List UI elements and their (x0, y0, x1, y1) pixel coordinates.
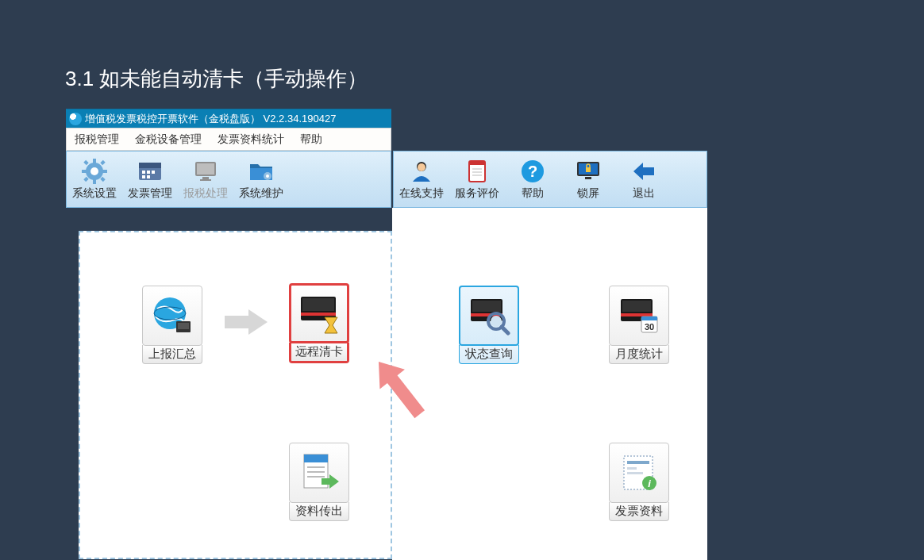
gear-icon (81, 158, 108, 185)
person-icon (408, 158, 435, 185)
svg-rect-4 (82, 170, 87, 173)
cell-label: 上报汇总 (142, 345, 202, 364)
toolbar-invoice-management[interactable]: 发票管理 (122, 152, 178, 207)
toolbar-label: 退出 (633, 186, 655, 201)
cell-label: 状态查询 (459, 345, 519, 364)
cell-upload-summary[interactable]: 上报汇总 (137, 286, 208, 364)
cell-invoice-data[interactable]: i 发票资料 (603, 443, 675, 521)
card-hourglass-icon (298, 292, 341, 335)
toolbar-online-support[interactable]: 在线支持 (394, 152, 449, 207)
transition-arrow-icon (223, 308, 271, 336)
card-calendar-icon: 30 (618, 294, 660, 337)
svg-point-22 (266, 175, 269, 178)
cell-remote-clear-card[interactable]: 远程清卡 (283, 283, 355, 363)
svg-text:30: 30 (645, 322, 654, 332)
svg-rect-6 (83, 160, 88, 165)
svg-rect-11 (139, 163, 161, 168)
svg-rect-56 (622, 301, 651, 312)
svg-rect-12 (142, 171, 145, 174)
svg-rect-20 (200, 179, 211, 181)
toolbar-system-maintenance[interactable]: 系统维护 (233, 152, 289, 207)
svg-rect-42 (302, 298, 334, 311)
toolbar-system-settings[interactable]: 系统设置 (67, 152, 122, 207)
cell-monthly-stats[interactable]: 30 月度统计 (603, 286, 675, 364)
cell-status-query[interactable]: 状态查询 (453, 286, 525, 364)
menu-invoice-stats[interactable]: 发票资料统计 (210, 128, 292, 150)
svg-point-24 (418, 163, 425, 171)
svg-rect-9 (83, 177, 88, 182)
cell-data-export[interactable]: 资料传出 (283, 443, 355, 521)
toolbar-lock-screen[interactable]: 锁屏 (560, 152, 616, 207)
toolbar-tax-processing[interactable]: 报税处理 (178, 152, 233, 207)
svg-rect-3 (93, 179, 96, 184)
globe-icon (151, 294, 194, 337)
svg-rect-18 (197, 163, 214, 175)
callout-arrow-icon (356, 347, 452, 442)
svg-point-1 (90, 167, 98, 175)
window-titlebar: 增值税发票税控开票软件（金税盘版） V2.2.34.190427 (66, 109, 391, 128)
toolbar-label: 系统维护 (239, 186, 283, 201)
invoice-info-icon: i (618, 451, 660, 494)
toolbar-help[interactable]: ? 帮助 (505, 152, 560, 207)
svg-rect-26 (469, 161, 485, 165)
svg-text:i: i (648, 478, 651, 489)
calendar-icon (137, 158, 164, 185)
toolbar-label: 在线支持 (399, 186, 444, 201)
menu-bar: 报税管理 金税设备管理 发票资料统计 帮助 (66, 128, 391, 151)
card-search-icon (468, 294, 510, 337)
toolbar-label: 锁屏 (577, 186, 599, 201)
toolbar-label: 帮助 (522, 186, 544, 201)
toolbar-exit[interactable]: 退出 (616, 152, 672, 207)
monitor-icon (192, 158, 219, 185)
menu-help[interactable]: 帮助 (292, 128, 330, 150)
toolbar-service-review[interactable]: 服务评价 (449, 152, 505, 207)
toolbar-left: 系统设置 发票管理 报税处理 系统维护 (66, 151, 391, 208)
svg-rect-14 (152, 171, 155, 174)
svg-rect-50 (472, 301, 501, 312)
section-heading: 3.1 如未能自动清卡（手动操作） (65, 65, 368, 93)
svg-rect-15 (142, 175, 145, 178)
svg-rect-13 (147, 171, 150, 174)
help-icon: ? (519, 158, 546, 185)
toolbar-label: 发票管理 (128, 186, 172, 201)
svg-rect-16 (147, 175, 150, 178)
svg-rect-61 (627, 461, 649, 464)
cell-label: 月度统计 (609, 345, 669, 364)
svg-rect-58 (641, 316, 657, 320)
document-export-icon (298, 451, 341, 494)
cell-label: 资料传出 (289, 502, 349, 521)
svg-rect-35 (586, 167, 591, 172)
svg-point-52 (491, 316, 502, 327)
svg-rect-34 (585, 177, 591, 179)
svg-rect-55 (621, 313, 653, 316)
svg-rect-41 (301, 313, 336, 316)
svg-line-53 (502, 327, 508, 333)
window-title: 增值税发票税控开票软件（金税盘版） V2.2.34.190427 (85, 112, 336, 126)
svg-rect-44 (304, 455, 328, 462)
toolbar-label: 服务评价 (455, 186, 499, 201)
folder-gear-icon (248, 158, 275, 185)
svg-rect-2 (93, 159, 96, 163)
svg-rect-8 (100, 160, 105, 165)
back-arrow-icon (630, 158, 657, 185)
toolbar-right: 在线支持 服务评价 ? 帮助 锁屏 退出 (393, 151, 707, 208)
notebook-icon (464, 158, 491, 185)
cell-label: 发票资料 (609, 502, 669, 521)
svg-rect-62 (627, 467, 637, 470)
svg-rect-63 (627, 472, 643, 474)
svg-rect-5 (102, 170, 107, 173)
menu-tax-management[interactable]: 报税管理 (67, 128, 127, 150)
lock-monitor-icon (575, 158, 602, 185)
svg-rect-7 (100, 177, 105, 182)
toolbar-label: 报税处理 (183, 186, 228, 201)
svg-text:?: ? (528, 163, 537, 180)
app-icon (69, 113, 82, 125)
cell-label: 远程清卡 (289, 343, 349, 363)
svg-rect-19 (202, 177, 209, 179)
toolbar-label: 系统设置 (72, 186, 117, 201)
svg-rect-39 (178, 323, 189, 329)
menu-device-management[interactable]: 金税设备管理 (127, 128, 210, 150)
